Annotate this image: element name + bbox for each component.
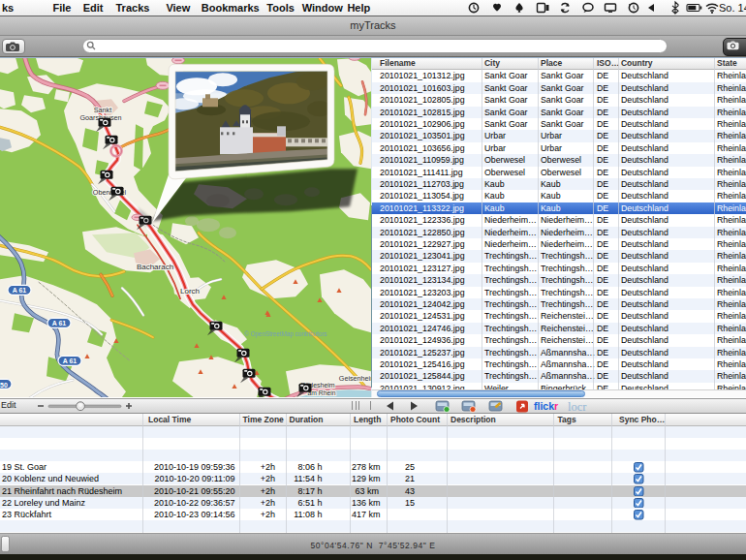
svg-text:am Rhein: am Rhein: [307, 389, 335, 395]
svg-text:A 61: A 61: [63, 358, 78, 364]
svg-text:locr: locr: [568, 399, 587, 413]
svg-text:A 61: A 61: [13, 287, 27, 294]
svg-text:50: 50: [0, 382, 8, 389]
svg-text:© OpenStreetMap contributors: © OpenStreetMap contributors: [244, 330, 326, 338]
svg-text:Bacharach: Bacharach: [137, 262, 173, 270]
svg-text:Geisenheim: Geisenheim: [339, 373, 371, 382]
svg-text:flickr: flickr: [534, 400, 558, 412]
svg-text:Lorch: Lorch: [180, 286, 200, 295]
svg-text:A 61: A 61: [52, 320, 67, 327]
